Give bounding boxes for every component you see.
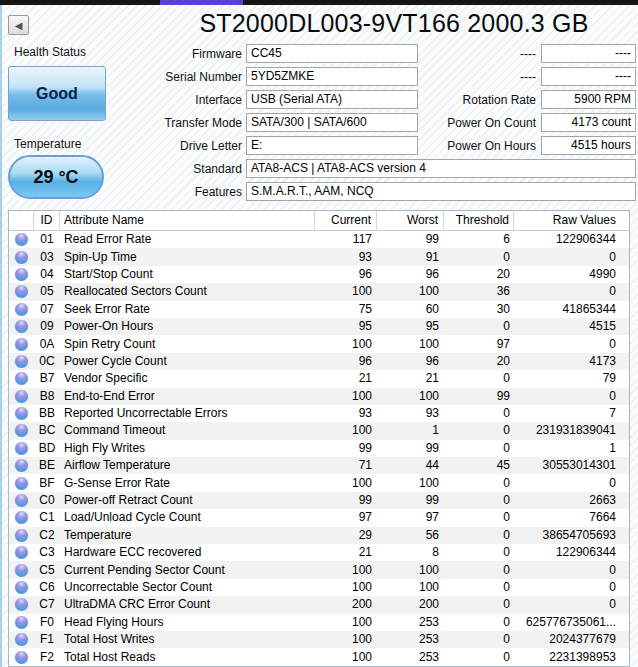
table-row[interactable]: 09 Power-On Hours 95 95 0 4515 bbox=[9, 318, 629, 335]
status-ok-icon bbox=[15, 616, 28, 629]
status-cell bbox=[9, 477, 34, 490]
attribute-id: 05 bbox=[34, 283, 60, 300]
attribute-worst: 253 bbox=[377, 649, 444, 666]
attribute-threshold: 0 bbox=[444, 649, 514, 666]
attribute-id: C7 bbox=[34, 596, 60, 613]
status-cell bbox=[9, 390, 34, 403]
table-row[interactable]: 01 Read Error Rate 117 99 6 122906344 bbox=[9, 231, 629, 248]
attribute-name: Vendor Specific bbox=[60, 370, 315, 387]
table-row[interactable]: C6 Uncorrectable Sector Count 100 100 0 … bbox=[9, 579, 629, 596]
status-cell bbox=[9, 564, 34, 577]
attribute-threshold: 0 bbox=[444, 562, 514, 579]
attribute-name: Power-off Retract Count bbox=[60, 492, 315, 509]
attribute-current: 100 bbox=[315, 579, 377, 596]
attribute-threshold: 30 bbox=[444, 301, 514, 318]
table-row[interactable]: BB Reported Uncorrectable Errors 93 93 0… bbox=[9, 405, 629, 422]
table-row[interactable]: BE Airflow Temperature 71 44 45 30553014… bbox=[9, 457, 629, 474]
field-label: Firmware bbox=[0, 47, 242, 61]
attribute-id: C6 bbox=[34, 579, 60, 596]
status-cell bbox=[9, 303, 34, 316]
attribute-current: 117 bbox=[315, 231, 377, 248]
table-row[interactable]: C2 Temperature 29 56 0 38654705693 bbox=[9, 527, 629, 544]
table-row[interactable]: B8 End-to-End Error 100 100 99 0 bbox=[9, 388, 629, 405]
attribute-raw: 0 bbox=[514, 283, 629, 300]
attribute-threshold: 0 bbox=[444, 405, 514, 422]
field-label: Interface bbox=[0, 93, 242, 107]
table-row[interactable]: C5 Current Pending Sector Count 100 100 … bbox=[9, 561, 629, 578]
attribute-worst: 91 bbox=[377, 249, 444, 266]
status-ok-icon bbox=[15, 251, 28, 264]
status-ok-icon bbox=[15, 320, 28, 333]
status-ok-icon bbox=[15, 355, 28, 368]
status-ok-icon bbox=[15, 529, 28, 542]
attribute-worst: 100 bbox=[377, 283, 444, 300]
table-row[interactable]: 04 Start/Stop Count 96 96 20 4990 bbox=[9, 266, 629, 283]
status-cell bbox=[9, 494, 34, 507]
attribute-raw: 0 bbox=[514, 336, 629, 353]
status-ok-icon bbox=[15, 390, 28, 403]
table-row[interactable]: 0C Power Cycle Count 96 96 20 4173 bbox=[9, 353, 629, 370]
attribute-name: Power Cycle Count bbox=[60, 353, 315, 370]
table-row[interactable]: 03 Spin-Up Time 93 91 0 0 bbox=[9, 248, 629, 265]
table-row[interactable]: F2 Total Host Reads 100 253 0 2231398953 bbox=[9, 648, 629, 665]
attribute-id: F2 bbox=[34, 649, 60, 666]
table-row[interactable]: 0A Spin Retry Count 100 100 97 0 bbox=[9, 335, 629, 352]
column-header-raw[interactable]: Raw Values bbox=[514, 211, 629, 230]
attribute-threshold: 0 bbox=[444, 249, 514, 266]
attribute-raw: 2024377679 bbox=[514, 631, 629, 648]
attribute-current: 75 bbox=[315, 301, 377, 318]
top-accent-segment bbox=[160, 0, 243, 5]
status-cell bbox=[9, 616, 34, 629]
attribute-name: Current Pending Sector Count bbox=[60, 562, 315, 579]
table-row[interactable]: B7 Vendor Specific 21 21 0 79 bbox=[9, 370, 629, 387]
status-cell bbox=[9, 407, 34, 420]
table-row[interactable]: C3 Hardware ECC recovered 21 8 0 1229063… bbox=[9, 544, 629, 561]
table-header-row: ID Attribute Name Current Worst Threshol… bbox=[9, 211, 629, 231]
table-row[interactable]: C1 Load/Unload Cycle Count 97 97 0 7664 bbox=[9, 509, 629, 526]
attribute-threshold: 36 bbox=[444, 283, 514, 300]
table-row[interactable]: 05 Reallocated Sectors Count 100 100 36 … bbox=[9, 283, 629, 300]
attribute-raw: 7 bbox=[514, 405, 629, 422]
attribute-worst: 96 bbox=[377, 266, 444, 283]
table-row[interactable]: BF G-Sense Error Rate 100 100 0 0 bbox=[9, 474, 629, 491]
attribute-current: 21 bbox=[315, 544, 377, 561]
column-header-current[interactable]: Current bbox=[315, 211, 377, 230]
attribute-threshold: 0 bbox=[444, 596, 514, 613]
attribute-id: BC bbox=[34, 422, 60, 439]
attribute-name: Power-On Hours bbox=[60, 318, 315, 335]
table-row[interactable]: C0 Power-off Retract Count 99 99 0 2663 bbox=[9, 492, 629, 509]
table-row[interactable]: F1 Total Host Writes 100 253 0 202437767… bbox=[9, 631, 629, 648]
attribute-id: C3 bbox=[34, 544, 60, 561]
attribute-worst: 93 bbox=[377, 405, 444, 422]
status-cell bbox=[9, 338, 34, 351]
status-cell bbox=[9, 511, 34, 524]
back-button[interactable]: ◀ bbox=[8, 15, 29, 35]
attribute-threshold: 0 bbox=[444, 370, 514, 387]
status-ok-icon bbox=[15, 564, 28, 577]
column-header-id[interactable]: ID bbox=[34, 211, 60, 230]
attribute-threshold: 0 bbox=[444, 440, 514, 457]
table-row[interactable]: 07 Seek Error Rate 75 60 30 41865344 bbox=[9, 301, 629, 318]
table-row[interactable]: BC Command Timeout 100 1 0 231931839041 bbox=[9, 422, 629, 439]
attribute-worst: 99 bbox=[377, 231, 444, 248]
column-header-name[interactable]: Attribute Name bbox=[60, 211, 315, 230]
attribute-name: Reallocated Sectors Count bbox=[60, 283, 315, 300]
status-cell bbox=[9, 285, 34, 298]
table-row[interactable]: F0 Head Flying Hours 100 253 0 625776735… bbox=[9, 614, 629, 631]
status-cell bbox=[9, 355, 34, 368]
field-value-box: 5900 RPM bbox=[541, 90, 636, 109]
column-header-status[interactable] bbox=[9, 211, 34, 230]
attribute-worst: 253 bbox=[377, 614, 444, 631]
attribute-name: Command Timeout bbox=[60, 422, 315, 439]
column-header-worst[interactable]: Worst bbox=[377, 211, 444, 230]
attribute-name: G-Sense Error Rate bbox=[60, 475, 315, 492]
attribute-worst: 100 bbox=[377, 336, 444, 353]
attribute-id: C0 bbox=[34, 492, 60, 509]
status-ok-icon bbox=[15, 233, 28, 246]
column-header-threshold[interactable]: Threshold bbox=[444, 211, 514, 230]
status-ok-icon bbox=[15, 511, 28, 524]
table-row[interactable]: BD High Fly Writes 99 99 0 1 bbox=[9, 440, 629, 457]
table-row[interactable]: C7 UltraDMA CRC Error Count 200 200 0 0 bbox=[9, 596, 629, 613]
attribute-id: C2 bbox=[34, 527, 60, 544]
attribute-worst: 44 bbox=[377, 457, 444, 474]
